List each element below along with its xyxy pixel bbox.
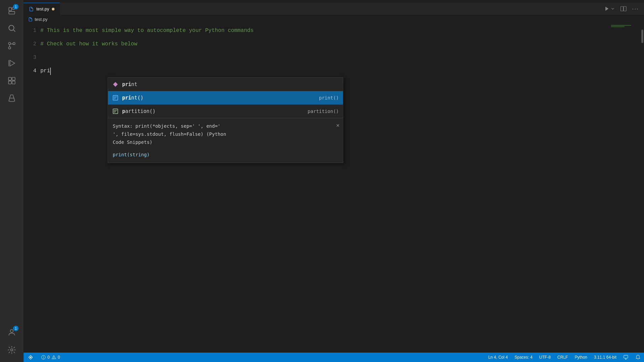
svg-point-7 [8, 47, 11, 49]
svg-marker-20 [113, 82, 118, 87]
tab-label: test.py [36, 6, 49, 11]
activity-bar: 1 [0, 0, 24, 362]
autocomplete-item-partition[interactable]: partition() partition() [108, 105, 343, 118]
line-number-2: 2 [24, 38, 36, 51]
svg-rect-14 [12, 81, 15, 84]
svg-rect-18 [621, 6, 623, 11]
editor-container[interactable]: 1 2 3 4 # This is the most simple way to… [24, 24, 644, 353]
line-number-3: 3 [24, 51, 36, 65]
activity-source-control[interactable] [4, 38, 20, 54]
scrollbar[interactable] [639, 29, 644, 353]
code-text-2: # Check out how it works below [40, 40, 137, 49]
partition-label-rest: artition() [125, 108, 155, 114]
partition-icon [112, 108, 119, 115]
svg-rect-0 [9, 7, 11, 11]
svg-rect-1 [9, 11, 14, 14]
account-badge: 1 [13, 326, 19, 331]
activity-extensions[interactable] [4, 73, 20, 89]
code-text-1: # This is the most simple way to autocom… [40, 27, 254, 35]
cursor-position: Ln 4, Col 4 [488, 355, 508, 360]
print-kw-label-rest: nt [131, 81, 137, 87]
tab-file-icon [29, 7, 34, 11]
doc-syntax: Syntax: print(*objects, sep=' ', end=' '… [113, 122, 338, 146]
print-fn-label-rest: nt() [131, 95, 143, 101]
activity-testing[interactable] [4, 90, 20, 106]
status-position[interactable]: Ln 4, Col 4 [485, 353, 511, 362]
print-kw-label: print [122, 80, 339, 88]
partition-label: partition() [122, 107, 304, 115]
doc-panel: ✕ Syntax: print(*objects, sep=' ', end='… [108, 118, 343, 163]
svg-rect-12 [12, 77, 15, 80]
minimap [610, 24, 637, 29]
status-python-version[interactable]: 3.11.1 64-bit [591, 353, 620, 362]
autocomplete-dropdown[interactable]: print [108, 77, 343, 163]
svg-rect-35 [624, 355, 628, 358]
status-line-ending[interactable]: CRLF [554, 353, 571, 362]
minimap-lines [610, 24, 637, 29]
line-numbers: 1 2 3 4 [24, 24, 40, 353]
activity-settings[interactable] [4, 342, 20, 358]
more-actions-button[interactable]: ··· [631, 3, 640, 14]
svg-marker-9 [10, 60, 15, 66]
svg-marker-17 [606, 7, 609, 11]
activity-search[interactable] [4, 20, 20, 36]
breadcrumb-icon [28, 17, 33, 22]
status-errors[interactable]: 0 0 [38, 353, 63, 362]
print-kw-icon [112, 81, 119, 88]
activity-explorer[interactable]: 1 [4, 3, 20, 19]
partition-detail: partition() [308, 108, 339, 115]
svg-rect-11 [8, 77, 11, 80]
encoding-label: UTF-8 [539, 355, 551, 360]
breadcrumb-filename: test.py [35, 17, 47, 22]
code-line-1: # This is the most simple way to autocom… [40, 24, 610, 38]
doc-close-button[interactable]: ✕ [336, 121, 339, 130]
breadcrumb: test.py [24, 15, 644, 24]
scrollbar-thumb [641, 30, 643, 43]
svg-rect-13 [8, 81, 11, 84]
tab-bar: test.py [24, 3, 644, 15]
status-remote-icon[interactable] [620, 353, 632, 362]
print-fn-detail: print() [319, 94, 339, 102]
python-version-label: 3.11.1 64-bit [594, 355, 616, 360]
status-right: Ln 4, Col 4 Spaces: 4 UTF-8 CRLF Python … [485, 353, 644, 362]
main-area: test.py ··· [24, 0, 644, 362]
status-spaces[interactable]: Spaces: 4 [511, 353, 536, 362]
activity-bar-bottom: 1 [4, 324, 20, 359]
activity-account[interactable]: 1 [4, 324, 20, 340]
tab-modified-dot [52, 8, 55, 10]
code-area[interactable]: # This is the most simple way to autocom… [40, 24, 610, 353]
svg-point-5 [8, 42, 11, 45]
minimap-area [610, 24, 644, 353]
svg-point-34 [53, 358, 54, 359]
code-text-4-typed: pri [40, 67, 50, 76]
run-button[interactable] [603, 5, 616, 13]
code-line-2: # Check out how it works below [40, 38, 610, 51]
minimap-line-2 [611, 26, 624, 27]
svg-point-15 [10, 329, 13, 332]
warning-count: 0 [58, 355, 60, 360]
status-notifications[interactable] [632, 353, 644, 362]
split-editor-button[interactable] [619, 5, 628, 13]
activity-run[interactable] [4, 55, 20, 71]
code-text-3 [40, 53, 44, 62]
autocomplete-item-print-kw[interactable]: print [108, 78, 343, 91]
status-language[interactable]: Python [571, 353, 591, 362]
status-left: 0 0 [24, 353, 63, 362]
print-fn-icon [112, 94, 119, 101]
svg-rect-19 [624, 6, 627, 11]
line-number-1: 1 [24, 24, 36, 38]
svg-line-4 [13, 30, 15, 32]
editor-toolbar: ··· [603, 3, 640, 14]
code-line-3 [40, 51, 610, 65]
status-encoding[interactable]: UTF-8 [536, 353, 554, 362]
tab-test-py[interactable]: test.py [24, 3, 60, 15]
print-fn-label: print() [122, 94, 316, 102]
line-number-4: 4 [24, 65, 36, 78]
autocomplete-item-print-fn[interactable]: print() print() [108, 91, 343, 105]
language-label: Python [575, 355, 587, 360]
spaces-label: Spaces: 4 [514, 355, 532, 360]
svg-point-32 [43, 358, 44, 358]
svg-point-16 [11, 349, 13, 351]
status-remote[interactable] [24, 353, 38, 362]
doc-example: print(string) [113, 151, 338, 158]
